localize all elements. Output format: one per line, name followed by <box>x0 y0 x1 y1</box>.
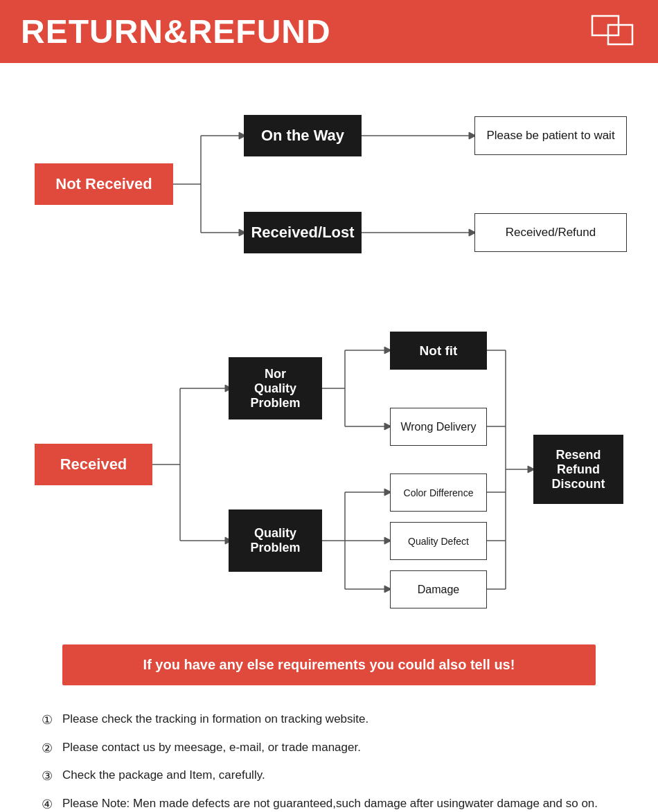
received-refund-box: Received/Refund <box>474 213 627 252</box>
not-fit-box: Not fit <box>390 332 487 370</box>
note-item-1: ①Please check the tracking in formation … <box>42 710 616 731</box>
section1-flowchart: Not Received On the Way Please be patien… <box>21 84 637 285</box>
main-content: Not Received On the Way Please be patien… <box>0 63 658 812</box>
note-text-4: Please Note: Men made defects are not gu… <box>62 794 616 812</box>
note-num-3: ③ <box>42 766 62 787</box>
received-lost-box: Received/Lost <box>244 212 362 253</box>
note-num-1: ① <box>42 710 62 731</box>
damage-box: Damage <box>390 570 487 608</box>
note-num-4: ④ <box>42 794 62 812</box>
notes-section: ①Please check the tracking in formation … <box>21 710 637 812</box>
header: RETURN&REFUND <box>0 0 658 63</box>
bottom-message: If you have any else requirements you co… <box>62 644 596 685</box>
note-num-2: ② <box>42 738 62 759</box>
note-text-1: Please check the tracking in formation o… <box>62 710 616 730</box>
note-text-2: Please contact us by meesage, e-mail, or… <box>62 738 616 758</box>
resend-refund-box: Resend Refund Discount <box>533 435 623 504</box>
received-box: Received <box>35 444 152 485</box>
note-text-3: Check the package and Item, carefully. <box>62 766 616 786</box>
section2-flowchart: Received Nor Quality Problem Quality Pro… <box>21 305 637 624</box>
nor-quality-box: Nor Quality Problem <box>229 357 322 419</box>
header-icon <box>589 12 637 51</box>
quality-defect-box: Quality Defect <box>390 522 487 560</box>
not-received-box: Not Received <box>35 163 173 205</box>
on-the-way-box: On the Way <box>244 115 362 156</box>
note-item-4: ④Please Note: Men made defects are not g… <box>42 794 616 812</box>
note-item-3: ③Check the package and Item, carefully. <box>42 766 616 787</box>
note-item-2: ②Please contact us by meesage, e-mail, o… <box>42 738 616 759</box>
quality-problem-box: Quality Problem <box>229 509 322 572</box>
wrong-delivery-box: Wrong Delivery <box>390 408 487 446</box>
please-wait-box: Please be patient to wait <box>474 116 627 155</box>
page-title: RETURN&REFUND <box>21 12 331 51</box>
color-difference-box: Color Difference <box>390 473 487 512</box>
